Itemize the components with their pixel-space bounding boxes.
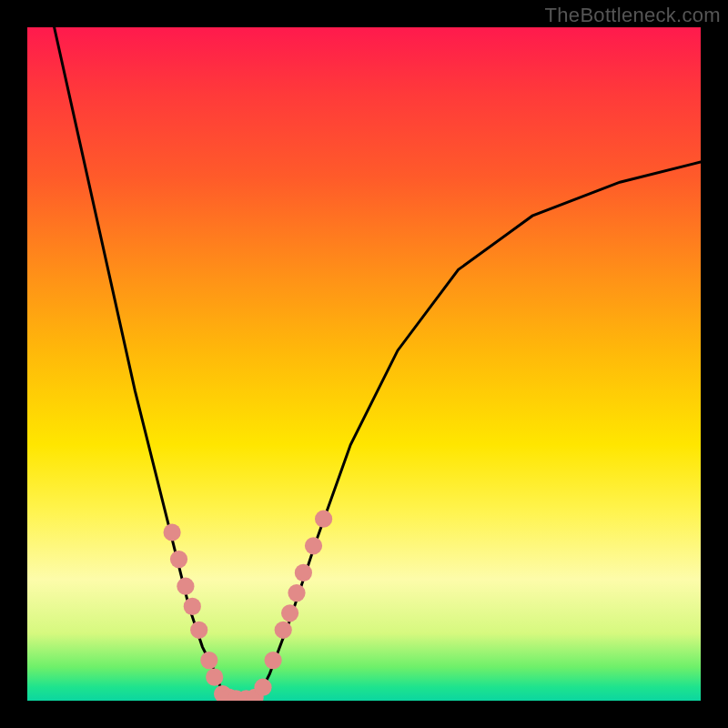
marker-point [190,622,207,639]
left-curve [55,27,229,701]
marker-point [164,523,181,541]
marker-point [254,679,271,696]
chart-frame: TheBottleneck.com [0,0,728,728]
marker-point [170,551,187,568]
marker-point [200,652,217,669]
marker-point [184,598,201,615]
marker-point [206,669,223,686]
right-curve [257,162,701,701]
marker-point [177,578,194,595]
marker-point [281,604,298,622]
marker-point [275,622,292,639]
marker-point [305,537,322,554]
marker-group [164,511,333,701]
marker-point [295,564,312,581]
marker-point [265,652,282,669]
watermark-label: TheBottleneck.com [545,4,721,27]
chart-svg [27,27,701,701]
marker-point [315,511,332,528]
plot-area [27,27,701,701]
marker-point [288,584,305,602]
